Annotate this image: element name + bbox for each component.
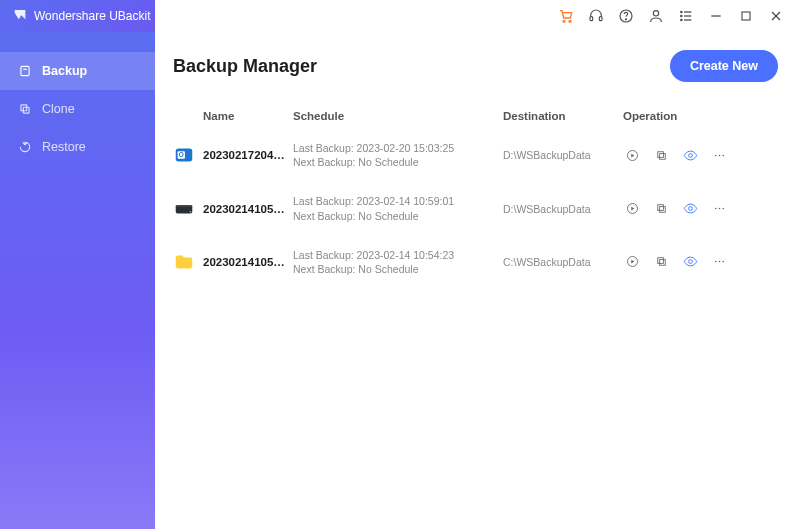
table-row[interactable]: 20230214105139Last Backup: 2023-02-14 10…: [173, 235, 778, 288]
row-operations: [623, 201, 778, 216]
app-logo-icon: [12, 8, 28, 24]
svg-rect-17: [21, 66, 29, 75]
svg-rect-2: [590, 17, 593, 21]
svg-point-29: [722, 154, 724, 156]
clone-icon: [18, 102, 32, 116]
header-row: Backup Manager Create New: [173, 50, 778, 82]
more-icon[interactable]: [712, 254, 727, 269]
svg-point-46: [722, 261, 724, 263]
sidebar: Backup Clone Restore: [0, 32, 155, 529]
col-destination: Destination: [503, 110, 623, 122]
svg-rect-25: [660, 153, 666, 159]
svg-point-27: [715, 154, 717, 156]
svg-text:O: O: [179, 151, 184, 158]
row-destination: D:\WSBackupData: [503, 203, 623, 215]
col-name: Name: [203, 110, 293, 122]
svg-rect-24: [658, 151, 664, 157]
close-icon[interactable]: [768, 8, 784, 24]
svg-point-44: [715, 261, 717, 263]
user-icon[interactable]: [648, 8, 664, 24]
svg-point-1: [569, 20, 571, 22]
col-operation: Operation: [623, 110, 778, 122]
app-brand: Wondershare UBackit: [0, 0, 155, 32]
create-new-button[interactable]: Create New: [670, 50, 778, 82]
svg-rect-3: [599, 17, 602, 21]
more-icon[interactable]: [712, 148, 727, 163]
copy-icon[interactable]: [654, 254, 669, 269]
title-bar: Wondershare UBackit: [0, 0, 800, 32]
view-icon[interactable]: [683, 254, 698, 269]
row-destination: C:\WSBackupData: [503, 256, 623, 268]
col-schedule: Schedule: [293, 110, 503, 122]
sidebar-item-backup[interactable]: Backup: [0, 52, 155, 90]
cart-icon[interactable]: [558, 8, 574, 24]
svg-point-36: [689, 207, 693, 211]
copy-icon[interactable]: [654, 148, 669, 163]
sidebar-item-clone[interactable]: Clone: [0, 90, 155, 128]
svg-rect-14: [742, 12, 750, 20]
row-type-icon: O: [173, 144, 195, 166]
main-panel: Backup Manager Create New Name Schedule …: [155, 32, 800, 529]
row-name: 20230214105139: [203, 256, 293, 268]
svg-rect-31: [176, 205, 193, 207]
run-backup-icon[interactable]: [625, 148, 640, 163]
svg-point-28: [719, 154, 721, 156]
run-backup-icon[interactable]: [625, 254, 640, 269]
svg-point-32: [190, 210, 192, 212]
column-header-row: Name Schedule Destination Operation: [173, 104, 778, 128]
table-row[interactable]: O20230217204855Last Backup: 2023-02-20 1…: [173, 128, 778, 181]
row-schedule: Last Backup: 2023-02-20 15:03:25Next Bac…: [293, 141, 503, 169]
maximize-icon[interactable]: [738, 8, 754, 24]
row-schedule: Last Backup: 2023-02-14 10:59:01Next Bac…: [293, 194, 503, 222]
svg-point-6: [653, 11, 658, 16]
row-operations: [623, 254, 778, 269]
sidebar-item-label: Clone: [42, 102, 75, 116]
view-icon[interactable]: [683, 201, 698, 216]
more-icon[interactable]: [712, 201, 727, 216]
svg-point-5: [625, 19, 626, 20]
sidebar-item-restore[interactable]: Restore: [0, 128, 155, 166]
svg-rect-42: [660, 260, 666, 266]
svg-rect-35: [660, 207, 666, 213]
table-row[interactable]: 20230214105901Last Backup: 2023-02-14 10…: [173, 181, 778, 234]
svg-point-26: [689, 153, 693, 157]
help-icon[interactable]: [618, 8, 634, 24]
svg-point-45: [719, 261, 721, 263]
backup-icon: [18, 64, 32, 78]
copy-icon[interactable]: [654, 201, 669, 216]
svg-point-10: [681, 11, 682, 12]
row-type-icon: [173, 251, 195, 273]
row-name: 20230214105901: [203, 203, 293, 215]
svg-point-37: [715, 208, 717, 210]
svg-point-12: [681, 19, 682, 20]
svg-point-11: [681, 15, 682, 16]
row-operations: [623, 148, 778, 163]
page-title: Backup Manager: [173, 56, 317, 77]
restore-icon: [18, 140, 32, 154]
row-type-icon: [173, 198, 195, 220]
svg-rect-34: [658, 205, 664, 211]
list-icon[interactable]: [678, 8, 694, 24]
svg-point-38: [719, 208, 721, 210]
sidebar-item-label: Backup: [42, 64, 87, 78]
run-backup-icon[interactable]: [625, 201, 640, 216]
minimize-icon[interactable]: [708, 8, 724, 24]
svg-point-43: [689, 260, 693, 264]
app-title: Wondershare UBackit: [34, 9, 151, 23]
row-destination: D:\WSBackupData: [503, 149, 623, 161]
title-bar-actions: [155, 8, 790, 24]
rows-container: O20230217204855Last Backup: 2023-02-20 1…: [173, 128, 778, 288]
svg-point-39: [722, 208, 724, 210]
row-name: 20230217204855: [203, 149, 293, 161]
view-icon[interactable]: [683, 148, 698, 163]
sidebar-item-label: Restore: [42, 140, 86, 154]
row-schedule: Last Backup: 2023-02-14 10:54:23Next Bac…: [293, 248, 503, 276]
svg-rect-41: [658, 258, 664, 264]
svg-point-0: [563, 20, 565, 22]
app-body: Backup Clone Restore Backup Manager Crea…: [0, 32, 800, 529]
headset-icon[interactable]: [588, 8, 604, 24]
